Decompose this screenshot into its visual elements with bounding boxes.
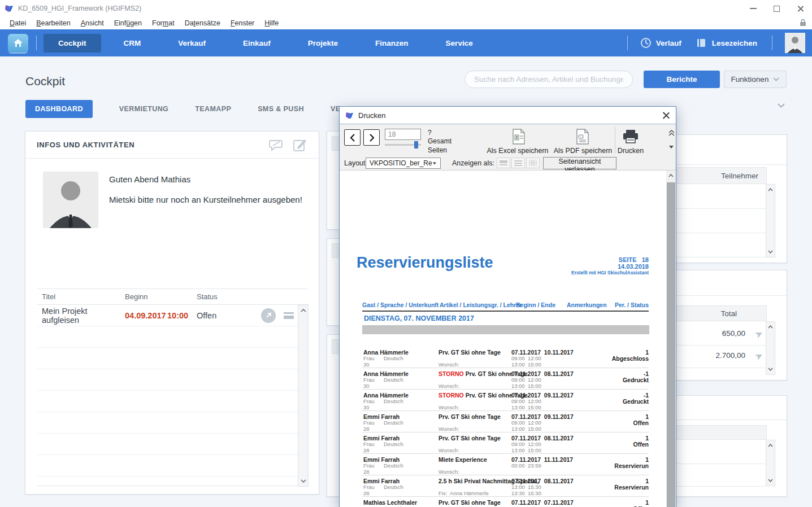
toolbar-dropdown-icon[interactable]: [669, 146, 674, 148]
print-button[interactable]: Drucken: [614, 147, 648, 155]
scroll-up-icon[interactable]: [298, 305, 308, 316]
nav-crm[interactable]: CRM: [109, 34, 156, 53]
times-2: 13:00 15:00: [511, 404, 541, 410]
tab-teamapp[interactable]: TEAMAPP: [195, 105, 231, 113]
guest-language: Deutsch: [384, 355, 403, 361]
report-meta: SEITE 18 14.03.2018 Erstellt mit HGI Ski…: [571, 256, 649, 276]
article: Prv. GT Ski ohne Tage: [438, 413, 501, 420]
nav-einkauf[interactable]: Einkauf: [228, 34, 285, 53]
history-button[interactable]: Verlauf: [640, 37, 681, 49]
chevron-down-icon: [433, 162, 436, 164]
scroll-up-icon[interactable]: [666, 171, 676, 181]
menu-datei[interactable]: Datei: [5, 18, 31, 28]
maximize-icon[interactable]: [774, 6, 780, 12]
user-avatar[interactable]: [785, 33, 805, 53]
article-note: Wunsch:: [438, 426, 459, 432]
nav-service[interactable]: Service: [431, 34, 488, 53]
close-icon[interactable]: [662, 111, 670, 120]
times-2: 13:30 16:30: [511, 490, 541, 496]
collapse-toolbar-icon[interactable]: [668, 130, 675, 137]
view-form-icon[interactable]: [497, 158, 510, 168]
menu-einfuegen[interactable]: Einfügen: [109, 18, 147, 28]
home-logo-icon[interactable]: [8, 34, 28, 53]
page-number-input[interactable]: [385, 129, 421, 140]
scroll-down-icon[interactable]: [766, 475, 775, 486]
article-note: Wunsch:: [438, 447, 459, 453]
panel-scrollbar[interactable]: [766, 440, 775, 486]
report-group-band: [362, 325, 649, 334]
nav-cockpit[interactable]: Cockpit: [44, 34, 101, 53]
article-note: Wunsch:: [438, 404, 459, 410]
scroll-up-icon[interactable]: [766, 440, 775, 451]
edit-icon[interactable]: [293, 138, 307, 152]
nav-projekte[interactable]: Projekte: [293, 34, 353, 53]
reservation-row: Anna Hämmerle Frau Deutsch 30 STORNO Prv…: [362, 368, 649, 390]
menu-fenster[interactable]: Fenster: [225, 18, 259, 28]
col-artikel: Artikel / Leistungsgr. / Lehrer: [440, 301, 522, 308]
minimize-icon[interactable]: [750, 8, 757, 9]
send-icon[interactable]: ➤: [753, 349, 765, 363]
col-gast: Gast / Sprache / Unterkunft: [362, 301, 438, 308]
activities-scrollbar[interactable]: [298, 305, 309, 487]
comment-icon[interactable]: [269, 138, 284, 152]
tab-vermietung[interactable]: VERMIETUNG: [119, 105, 168, 113]
scrollbar-thumb[interactable]: [667, 182, 675, 507]
layout-row: Layout: VKPOSITIO_ber_Reser... Anzeigen …: [340, 156, 676, 171]
scroll-up-icon[interactable]: [766, 185, 775, 195]
print-dialog-titlebar[interactable]: Drucken: [340, 107, 676, 124]
reports-button[interactable]: Berichte: [644, 71, 720, 88]
scroll-up-icon[interactable]: [766, 322, 775, 332]
guest-salutation: Frau: [363, 377, 375, 383]
tab-dashboard[interactable]: DASHBOARD: [25, 100, 93, 118]
bookmarks-button[interactable]: Lesezeichen: [696, 38, 757, 48]
totals-scrollbar[interactable]: [766, 321, 775, 375]
times-2: 13:00 15:00: [511, 383, 541, 389]
page-slider[interactable]: [385, 144, 421, 146]
col-beginn-ende: Beginn / Ende: [516, 301, 555, 308]
scroll-down-icon[interactable]: [766, 247, 775, 257]
times-1: 09:00 12:00: [511, 441, 541, 447]
view-list-icon[interactable]: [511, 158, 525, 168]
report-rows: Anna Hämmerle Frau Deutsch 30 Prv. GT Sk…: [362, 347, 649, 507]
open-record-icon[interactable]: [261, 308, 276, 323]
article: Prv. GT Ski ohne Tage: [438, 499, 501, 506]
menu-format[interactable]: Format: [147, 18, 180, 28]
reservation-status: Offen: [633, 419, 649, 426]
functions-button[interactable]: Funktionen: [724, 71, 787, 88]
menu-icon[interactable]: [284, 312, 294, 319]
menu-bearbeiten[interactable]: Bearbeiten: [31, 18, 75, 28]
nav-verkauf[interactable]: Verkauf: [163, 34, 220, 53]
scroll-down-icon[interactable]: [298, 476, 308, 486]
exit-preview-button[interactable]: Seitenansicht verlassen: [543, 157, 616, 169]
view-table-icon[interactable]: [526, 158, 540, 168]
guest-age: 28: [363, 469, 370, 475]
save-as-excel-button[interactable]: Als Excel speichern: [478, 147, 557, 155]
scroll-down-icon[interactable]: [766, 364, 775, 374]
search-input[interactable]: [464, 71, 633, 88]
tab-sms-push[interactable]: SMS & PUSH: [258, 105, 304, 113]
article-note: Wunsch:: [438, 383, 459, 389]
guest-salutation: Frau: [363, 355, 375, 361]
collapse-chevron-icon[interactable]: [778, 103, 785, 108]
slider-thumb[interactable]: [414, 141, 418, 148]
guest-language: Deutsch: [384, 441, 403, 447]
menu-datensaetze[interactable]: Datensätze: [180, 18, 225, 28]
col-per-status: Per. / Status: [615, 301, 649, 308]
menu-ansicht[interactable]: Ansicht: [76, 18, 109, 28]
guest-salutation: Frau: [363, 484, 375, 490]
layout-select[interactable]: VKPOSITIO_ber_Reser...: [366, 158, 441, 169]
save-as-pdf-button[interactable]: Als PDF speichern: [553, 147, 613, 155]
next-page-button[interactable]: [363, 129, 380, 146]
table-row[interactable]: Mein Projekt aufgleisen 04.09.2017 10:00…: [37, 305, 309, 326]
reservation-row: Emmi Farrah Frau Deutsch 28 Miete Experi…: [362, 454, 649, 475]
participants-scrollbar[interactable]: [766, 184, 775, 257]
close-icon[interactable]: [797, 5, 804, 12]
app-logo-icon: [345, 111, 354, 120]
nav-finanzen[interactable]: Finanzen: [361, 34, 423, 53]
previous-page-button[interactable]: [344, 129, 361, 146]
menu-hilfe[interactable]: Hilfe: [259, 18, 284, 28]
send-icon[interactable]: ➤: [753, 327, 765, 341]
article-note: Wunsch:: [438, 469, 459, 475]
preview-scrollbar[interactable]: [666, 171, 676, 507]
activities-table: Titel Beginn Status Mein Projekt aufglei…: [37, 289, 309, 486]
